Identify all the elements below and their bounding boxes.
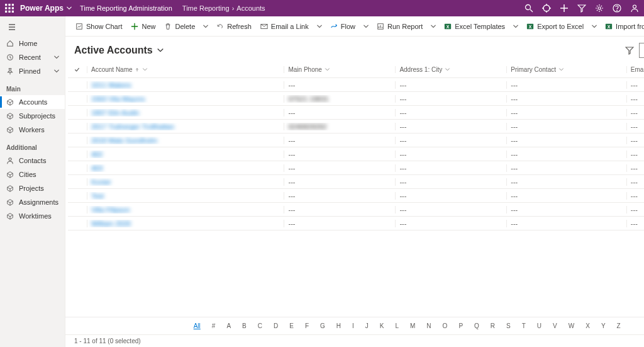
table-row[interactable]: 1011 Makers------------ — [68, 78, 644, 92]
table-row[interactable]: 2017 Trafverger Trollhattan0240828262---… — [68, 120, 644, 134]
table-row[interactable]: 1563 Vita Mayors07521 19831--------- — [68, 92, 644, 106]
split-chevron-icon[interactable] — [363, 23, 369, 30]
alpha-u[interactable]: U — [537, 322, 541, 329]
alpha-o[interactable]: O — [443, 322, 448, 329]
sidebar-item-contacts[interactable]: Contacts — [0, 154, 65, 168]
alpha-w[interactable]: W — [569, 322, 574, 329]
table-row[interactable]: 403------------ — [68, 161, 644, 175]
alpha-b[interactable]: B — [242, 322, 247, 329]
alpha-c[interactable]: C — [258, 322, 262, 329]
cmd-delete[interactable]: Delete — [160, 21, 199, 32]
col-city[interactable]: Address 1: City — [395, 66, 506, 73]
profile-icon[interactable] — [630, 4, 639, 13]
table-row[interactable]: Konier------------ — [68, 175, 644, 189]
table-row[interactable]: 2018 Mats Gundholm------------ — [68, 134, 644, 147]
sidebar-recent[interactable]: Recent — [0, 50, 65, 64]
cmd-show-chart[interactable]: Show Chart — [72, 21, 126, 32]
environment-name[interactable]: Time Reporting Administration — [80, 4, 172, 12]
search-icon[interactable] — [525, 4, 533, 13]
alpha-n[interactable]: N — [426, 322, 431, 329]
cell-name[interactable]: Villa Filipson — [87, 206, 284, 213]
sidebar-home[interactable]: Home — [0, 37, 65, 50]
brand-chevron-icon[interactable] — [66, 5, 72, 11]
brand[interactable]: Power Apps — [20, 4, 64, 13]
filter-icon[interactable] — [577, 4, 586, 13]
help-icon[interactable] — [613, 4, 621, 13]
alpha-r[interactable]: R — [491, 322, 495, 329]
alpha-m[interactable]: M — [410, 322, 415, 329]
alpha-all[interactable]: All — [194, 322, 201, 329]
view-title[interactable]: Active Accounts — [74, 45, 153, 56]
cell-name[interactable]: 1563 Vita Mayors — [87, 95, 284, 103]
cmd-email-link[interactable]: Email a Link — [257, 21, 313, 32]
cell-name[interactable]: 2018 Mats Gundholm — [87, 137, 284, 144]
alpha-q[interactable]: Q — [474, 322, 479, 329]
sidebar-item-projects[interactable]: Projects — [0, 181, 65, 195]
table-row[interactable]: Villa Filipson------------ — [68, 203, 644, 217]
col-select[interactable] — [68, 66, 87, 73]
alpha-a[interactable]: A — [226, 322, 231, 329]
alpha-l[interactable]: L — [395, 322, 399, 329]
alpha-y[interactable]: Y — [601, 322, 606, 329]
cell-name[interactable]: Konier — [87, 178, 284, 186]
settings-icon[interactable] — [595, 4, 604, 13]
sidebar-item-cities[interactable]: Cities — [0, 168, 65, 181]
col-primary-contact[interactable]: Primary Contact — [506, 66, 626, 73]
alpha-g[interactable]: G — [320, 322, 325, 329]
alpha-h[interactable]: H — [336, 322, 341, 329]
sidebar-toggle[interactable] — [0, 20, 65, 37]
alpha-x[interactable]: X — [586, 322, 590, 329]
cell-name[interactable]: 2017 Trafverger Trollhattan — [87, 123, 284, 130]
col-email[interactable]: Email (Primary Contact) — [626, 66, 644, 73]
cmd-refresh[interactable]: Refresh — [213, 21, 255, 32]
alpha-k[interactable]: K — [380, 322, 384, 329]
cell-name[interactable]: 402 — [87, 151, 284, 158]
cell-name[interactable]: 1807 Elin Audin — [87, 109, 284, 117]
alpha-d[interactable]: D — [274, 322, 278, 329]
sidebar-pinned[interactable]: Pinned — [0, 64, 65, 78]
cmd-new[interactable]: New — [127, 21, 159, 32]
cmd-export-excel[interactable]: Export to Excel — [523, 21, 587, 32]
col-main-phone[interactable]: Main Phone — [284, 66, 395, 73]
split-chevron-icon[interactable] — [591, 23, 597, 30]
cell-name[interactable]: 1011 Makers — [87, 81, 284, 89]
cmd-run-report[interactable]: Run Report — [373, 21, 426, 32]
alpha-i[interactable]: I — [352, 322, 354, 329]
split-chevron-icon[interactable] — [430, 23, 436, 30]
add-icon[interactable] — [560, 4, 569, 13]
search-box[interactable] — [639, 43, 644, 58]
sidebar-item-assignments[interactable]: Assignments — [0, 195, 65, 209]
alpha-z[interactable]: Z — [617, 322, 621, 329]
waffle-icon[interactable] — [5, 4, 14, 13]
cell-name[interactable]: 403 — [87, 164, 284, 172]
split-chevron-icon[interactable] — [316, 23, 323, 30]
split-chevron-icon[interactable] — [203, 23, 209, 30]
col-account-name[interactable]: Account Name — [87, 66, 284, 73]
alpha-v[interactable]: V — [553, 322, 557, 329]
table-row[interactable]: Test------------ — [68, 189, 644, 203]
cmd-flow[interactable]: Flow — [326, 21, 359, 32]
alpha-t[interactable]: T — [522, 322, 526, 329]
alpha-#[interactable]: # — [212, 322, 216, 329]
cell-name[interactable]: Test — [87, 192, 284, 200]
sidebar-item-accounts[interactable]: Accounts — [0, 95, 65, 109]
cmd-import-excel[interactable]: Import from Excel — [601, 21, 644, 32]
sidebar-item-worktimes[interactable]: Worktimes — [0, 209, 65, 223]
split-chevron-icon[interactable] — [513, 23, 519, 30]
alpha-e[interactable]: E — [289, 322, 294, 329]
breadcrumb-root[interactable]: Time Reporting — [182, 4, 230, 12]
table-row[interactable]: 1807 Elin Audin------------ — [68, 106, 644, 120]
cell-name[interactable]: William 2020 — [87, 220, 284, 227]
alpha-j[interactable]: J — [365, 322, 369, 329]
cmd-excel-templates[interactable]: Excel Templates — [440, 21, 509, 32]
sidebar-item-subprojects[interactable]: Subprojects — [0, 109, 65, 123]
alpha-s[interactable]: S — [506, 322, 511, 329]
alpha-f[interactable]: F — [305, 322, 309, 329]
table-row[interactable]: 402------------ — [68, 147, 644, 161]
filter-icon[interactable] — [625, 46, 634, 55]
sidebar-item-workers[interactable]: Workers — [0, 123, 65, 137]
assist-icon[interactable] — [542, 4, 551, 13]
view-chevron-icon[interactable] — [157, 47, 164, 54]
table-row[interactable]: William 2020------------ — [68, 217, 644, 230]
alpha-p[interactable]: P — [458, 322, 463, 329]
